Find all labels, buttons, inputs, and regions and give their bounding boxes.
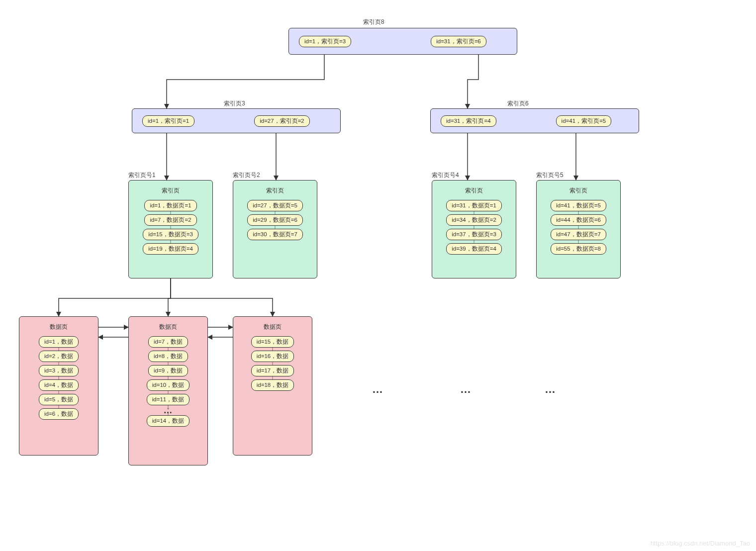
data-page-1: 数据页 id=1，数据 ↓ id=2，数据 ↓ id=3，数据 ↓ id=4，数… — [19, 316, 98, 456]
leaf2-label: 索引页号2 — [233, 171, 260, 180]
data1-title: 数据页 — [50, 323, 68, 331]
level1-left-label: 索引页3 — [224, 99, 245, 108]
data1-items: id=1，数据 ↓ id=2，数据 ↓ id=3，数据 ↓ id=4，数据 ↓ … — [39, 336, 79, 420]
leaf5-label: 索引页号5 — [536, 171, 564, 180]
root-entry-1: id=1，索引页=3 — [299, 36, 351, 47]
data3-item: id=18，数据 — [251, 379, 294, 391]
l1-right-entry-1: id=31，索引页=4 — [441, 115, 496, 127]
data3-title: 数据页 — [264, 323, 282, 331]
ellipsis-icon: … — [372, 383, 384, 396]
leaf2-title: 索引页 — [266, 186, 284, 195]
watermark-text: https://blog.csdn.net/Diamond_Tao — [651, 540, 750, 547]
data2-item: id=14，数据 — [147, 415, 189, 427]
root-entry-2: id=31，索引页=6 — [431, 36, 486, 47]
ellipsis-icon: … — [460, 383, 472, 396]
leaf-page-4: 索引页 id=31，数据页=1 ↓ id=34，数据页=2 ↓ id=37，数据… — [432, 180, 516, 278]
leaf1-label: 索引页号1 — [128, 171, 156, 180]
leaf4-item: id=39，数据页=4 — [446, 243, 502, 255]
leaf4-label: 索引页号4 — [432, 171, 459, 180]
level1-right-label: 索引页6 — [507, 99, 529, 108]
data3-items: id=15，数据 ↓ id=16，数据 ↓ id=17，数据 ↓ id=18，数… — [251, 336, 294, 391]
leaf1-items: id=1，数据页=1 ↓ id=7，数据页=2 ↓ id=15，数据页=3 ↓ … — [143, 200, 198, 255]
leaf5-title: 索引页 — [569, 186, 587, 195]
leaf5-item: id=55，数据页=8 — [551, 243, 606, 255]
l1-right-entry-2: id=41，索引页=5 — [556, 115, 612, 127]
connectors — [0, 0, 756, 551]
leaf1-item: id=19，数据页=4 — [143, 243, 198, 255]
ellipsis-icon: … — [545, 383, 557, 396]
data-page-2: 数据页 id=7，数据 ↓ id=8，数据 ↓ id=9，数据 ↓ id=10，… — [128, 316, 208, 465]
level1-left-page: id=1，索引页=1 id=27，索引页=2 — [132, 108, 341, 133]
leaf4-items: id=31，数据页=1 ↓ id=34，数据页=2 ↓ id=37，数据页=3 … — [446, 200, 502, 255]
leaf-page-2: 索引页 id=27，数据页=5 ↓ id=29，数据页=6 ↓ id=30，数据… — [233, 180, 317, 278]
root-index-page: id=1，索引页=3 id=31，索引页=6 — [288, 28, 517, 55]
leaf4-title: 索引页 — [465, 186, 483, 195]
leaf-page-1: 索引页 id=1，数据页=1 ↓ id=7，数据页=2 ↓ id=15，数据页=… — [128, 180, 213, 278]
leaf2-items: id=27，数据页=5 ↓ id=29，数据页=6 ↓ id=30，数据页=7 — [247, 200, 303, 240]
l1-left-entry-2: id=27，索引页=2 — [254, 115, 310, 127]
l1-left-entry-1: id=1，索引页=1 — [142, 115, 194, 127]
diagram-canvas: 索引页8 id=1，索引页=3 id=31，索引页=6 索引页3 id=1，索引… — [0, 0, 756, 551]
data-page-3: 数据页 id=15，数据 ↓ id=16，数据 ↓ id=17，数据 ↓ id=… — [233, 316, 312, 456]
data2-title: 数据页 — [159, 323, 177, 331]
root-label: 索引页8 — [363, 18, 384, 26]
leaf5-items: id=41，数据页=5 ↓ id=44，数据页=6 ↓ id=47，数据页=7 … — [551, 200, 606, 255]
data2-items: id=7，数据 ↓ id=8，数据 ↓ id=9，数据 ↓ id=10，数据 ↓… — [147, 336, 189, 427]
leaf2-item: id=30，数据页=7 — [247, 229, 303, 240]
level1-right-page: id=31，索引页=4 id=41，索引页=5 — [430, 108, 639, 133]
leaf-page-5: 索引页 id=41，数据页=5 ↓ id=44，数据页=6 ↓ id=47，数据… — [536, 180, 621, 278]
leaf1-title: 索引页 — [162, 186, 180, 195]
data1-item: id=6，数据 — [39, 408, 79, 420]
